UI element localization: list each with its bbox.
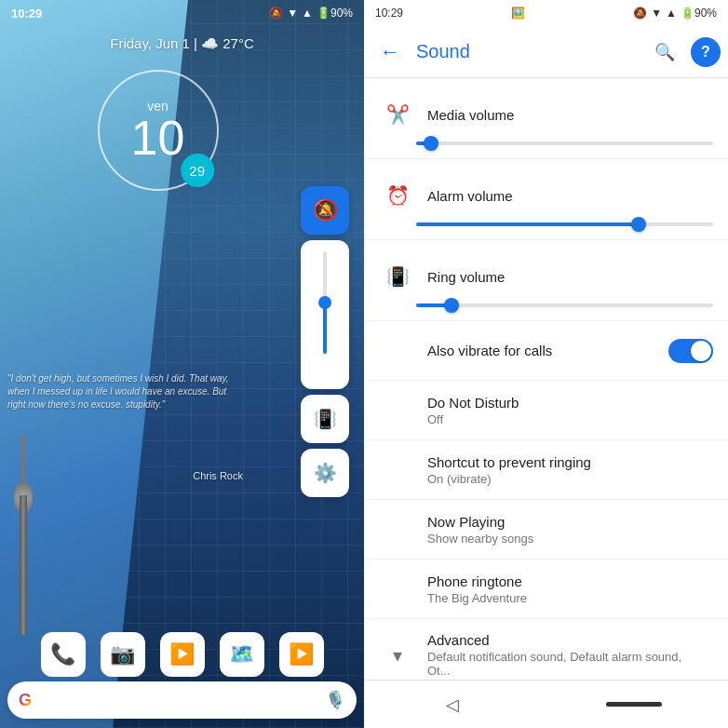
ringtone-label: Phone ringtone [427, 573, 702, 589]
battery-icon-right: 🔋90% [681, 7, 717, 20]
shortcut-sub: On (vibrate) [427, 472, 702, 486]
search-button[interactable]: 🔍 [646, 34, 683, 71]
now-playing-item[interactable]: Now Playing Show nearby songs [364, 500, 728, 559]
wifi-icon-right: ▼ [651, 7, 662, 20]
wifi-icon: ▼ [287, 7, 298, 20]
back-arrow-icon: ← [380, 40, 400, 64]
gear-small-icon: ⚙️ [314, 462, 337, 484]
ring-volume-label: Ring volume [427, 269, 702, 285]
signal-icon: ▲ [302, 7, 313, 20]
media-volume-thumb [424, 136, 438, 151]
weather-date: Friday, Jun 1 | ☁️ 27°C [0, 35, 364, 52]
volume-slider-container[interactable] [301, 240, 349, 389]
alarm-volume-label: Alarm volume [427, 188, 702, 204]
alarm-volume-fill [416, 222, 639, 226]
time-left: 10:29 [11, 7, 42, 20]
back-button[interactable]: ← [371, 34, 409, 71]
volume-track [323, 251, 327, 354]
status-bar-left: 10:29 🔕 ▼ ▲ 🔋90% [0, 0, 364, 26]
status-bar-right: 10:29 🖼️ 🔕 ▼ ▲ 🔋90% [364, 0, 728, 26]
mute-icon-right: 🔕 [633, 7, 647, 20]
clock-day: ven [147, 99, 169, 114]
page-title: Sound [416, 41, 639, 62]
vibrate-icon: 📳 [314, 408, 337, 430]
back-nav-button[interactable]: ◁ [430, 682, 475, 727]
media-volume-label: Media volume [427, 107, 702, 123]
play-store-icon[interactable]: ▶️ [160, 632, 205, 677]
camera-icon[interactable]: 📷 [101, 632, 145, 677]
dnd-content: Do Not Disturb Off [416, 395, 713, 426]
media-volume-content: Media volume [416, 107, 713, 123]
photo-icon-right: 🖼️ [511, 7, 525, 20]
home-pill[interactable] [606, 702, 662, 707]
status-icons-left: 🔕 ▼ ▲ 🔋90% [269, 7, 353, 20]
ring-volume-track [416, 303, 713, 307]
now-playing-sub: Show nearby songs [427, 532, 702, 546]
quote-text: "I don't get high, but sometimes I wish … [7, 372, 243, 411]
advanced-content: Advanced Default notification sound, Def… [416, 632, 713, 678]
quote-author: Chris Rock [193, 470, 243, 481]
volume-fill [323, 303, 327, 354]
phone-ringtone-item[interactable]: Phone ringtone The Big Adventure [364, 559, 728, 619]
settings-shortcut-button[interactable]: ⚙️ [301, 449, 349, 497]
ring-volume-icon: 📳 [386, 265, 410, 288]
alarm-icon-col: ⏰ [379, 184, 416, 207]
mute-icon: 🔕 [269, 7, 283, 20]
ringtone-sub: The Big Adventure [427, 591, 702, 605]
maps-icon[interactable]: 🗺️ [220, 632, 264, 677]
search-bar[interactable]: G 🎙️ [7, 681, 357, 719]
status-icons-right: 🔕 ▼ ▲ 🔋90% [633, 7, 717, 20]
media-volume-track [416, 142, 713, 145]
ring-volume-thumb [444, 298, 459, 313]
help-button[interactable]: ? [691, 37, 721, 67]
media-volume-slider-row[interactable] [364, 138, 728, 159]
vibrate-calls-label: Also vibrate for calls [427, 343, 657, 358]
help-icon: ? [701, 44, 710, 61]
battery-icon: 🔋90% [317, 7, 353, 20]
vibrate-button[interactable]: 📳 [301, 395, 349, 443]
bell-mute-icon: 🔕 [313, 198, 338, 222]
advanced-item[interactable]: ▾ Advanced Default notification sound, D… [364, 619, 728, 680]
bottom-nav: ◁ [364, 680, 728, 728]
vibrate-calls-content: Also vibrate for calls [416, 343, 668, 358]
phone-contacts-icon[interactable]: 📞 [41, 632, 86, 677]
do-not-disturb-item[interactable]: Do Not Disturb Off [364, 381, 728, 440]
alarm-volume-track [416, 222, 713, 226]
now-playing-content: Now Playing Show nearby songs [416, 514, 713, 546]
left-panel: 10:29 🔕 ▼ ▲ 🔋90% Friday, Jun 1 | ☁️ 27°C… [0, 0, 364, 728]
search-icon: 🔍 [654, 42, 675, 62]
mute-volume-button[interactable]: 🔕 [301, 186, 349, 235]
vibrate-calls-toggle-thumb [691, 341, 711, 361]
alarm-volume-icon: ⏰ [386, 184, 410, 207]
back-triangle-icon: ◁ [446, 694, 459, 715]
alarm-volume-thumb [631, 217, 646, 232]
ring-volume-item: 📳 Ring volume [364, 240, 728, 300]
app-dock: 📞 📷 ▶️ 🗺️ ▶️ [0, 632, 364, 677]
ring-volume-slider-row[interactable] [364, 300, 728, 321]
tower [14, 449, 33, 635]
media-volume-icon: ✂️ [386, 103, 410, 126]
advanced-icon-col: ▾ [379, 644, 416, 667]
vibrate-calls-item[interactable]: Also vibrate for calls [364, 321, 728, 381]
top-bar: ← Sound 🔍 ? [364, 26, 728, 78]
now-playing-label: Now Playing [427, 514, 702, 530]
volume-thumb [318, 296, 331, 309]
dnd-label: Do Not Disturb [427, 395, 702, 411]
time-right: 10:29 [375, 7, 403, 20]
shortcut-content: Shortcut to prevent ringing On (vibrate) [416, 454, 713, 486]
vibrate-calls-toggle[interactable] [668, 339, 713, 363]
ring-icon-col: 📳 [379, 265, 416, 288]
settings-list: ✂️ Media volume ⏰ Alarm volume [364, 78, 728, 680]
advanced-sub: Default notification sound, Default alar… [427, 650, 702, 678]
media-volume-item: ✂️ Media volume [364, 78, 728, 138]
youtube-icon[interactable]: ▶️ [279, 632, 324, 677]
clock-badge: 29 [181, 154, 214, 187]
alarm-volume-content: Alarm volume [416, 188, 713, 204]
mic-icon[interactable]: 🎙️ [325, 690, 345, 710]
alarm-volume-item: ⏰ Alarm volume [364, 159, 728, 219]
shortcut-ringing-item[interactable]: Shortcut to prevent ringing On (vibrate) [364, 440, 728, 500]
google-logo: G [19, 691, 32, 710]
clock-date: 10 [131, 114, 185, 162]
alarm-volume-slider-row[interactable] [364, 219, 728, 240]
volume-panel: 🔕 📳 ⚙️ [301, 186, 355, 497]
